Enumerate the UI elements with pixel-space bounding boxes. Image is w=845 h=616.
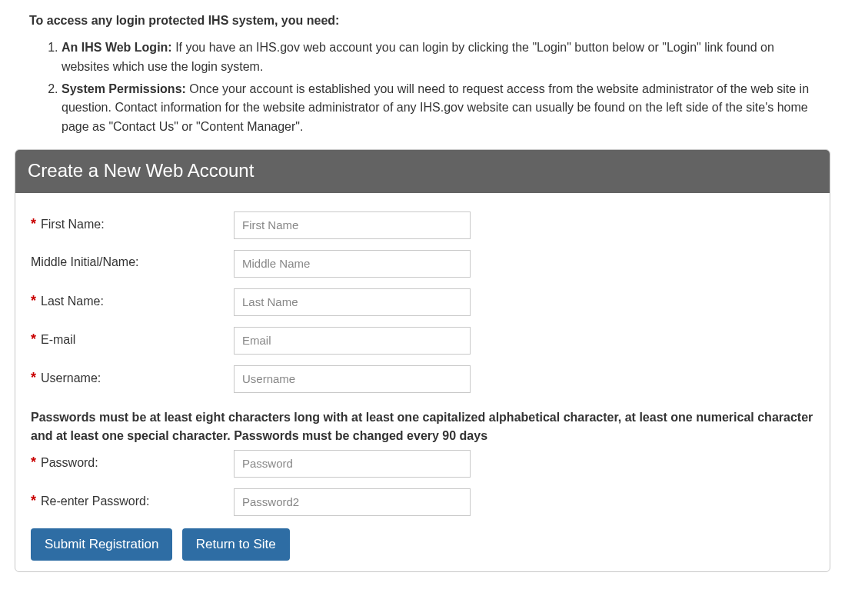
middle-name-input[interactable] — [234, 250, 471, 278]
password2-input[interactable] — [234, 488, 471, 516]
first-name-input[interactable] — [234, 211, 471, 239]
label-first-name: *First Name: — [31, 211, 234, 232]
instruction-bold: An IHS Web Login: — [62, 41, 172, 54]
panel-title: Create a New Web Account — [15, 150, 830, 193]
form-row-middle-name: Middle Initial/Name: — [31, 250, 814, 278]
password-requirements: Passwords must be at least eight charact… — [31, 408, 814, 445]
last-name-input[interactable] — [234, 288, 471, 316]
form-row-last-name: *Last Name: — [31, 288, 814, 316]
instructions-list: An IHS Web Login: If you have an IHS.gov… — [46, 38, 834, 137]
required-marker: * — [31, 293, 36, 309]
label-email: *E-mail — [31, 327, 234, 348]
form-row-password: *Password: — [31, 450, 814, 478]
required-marker: * — [31, 370, 36, 386]
instruction-item: An IHS Web Login: If you have an IHS.gov… — [62, 38, 811, 77]
required-marker: * — [31, 455, 36, 471]
required-marker: * — [31, 216, 36, 232]
instruction-bold: System Permissions: — [62, 82, 186, 95]
label-password2: *Re-enter Password: — [31, 488, 234, 509]
button-row: Submit Registration Return to Site — [31, 528, 814, 561]
required-marker: * — [31, 493, 36, 509]
password-input[interactable] — [234, 450, 471, 478]
form-row-password2: *Re-enter Password: — [31, 488, 814, 516]
label-last-name: *Last Name: — [31, 288, 234, 309]
label-password: *Password: — [31, 450, 234, 471]
form-row-email: *E-mail — [31, 327, 814, 355]
instruction-item: System Permissions: Once your account is… — [62, 80, 811, 137]
email-input[interactable] — [234, 327, 471, 355]
create-account-panel: Create a New Web Account *First Name: Mi… — [15, 149, 830, 572]
registration-form: *First Name: Middle Initial/Name: *Last … — [15, 193, 830, 561]
label-middle-name: Middle Initial/Name: — [31, 250, 234, 269]
form-row-username: *Username: — [31, 365, 814, 393]
submit-registration-button[interactable]: Submit Registration — [31, 528, 172, 561]
required-marker: * — [31, 331, 36, 348]
return-to-site-button[interactable]: Return to Site — [182, 528, 290, 561]
label-username: *Username: — [31, 365, 234, 386]
intro-heading: To access any login protected IHS system… — [29, 14, 834, 28]
form-row-first-name: *First Name: — [31, 211, 814, 239]
username-input[interactable] — [234, 365, 471, 393]
